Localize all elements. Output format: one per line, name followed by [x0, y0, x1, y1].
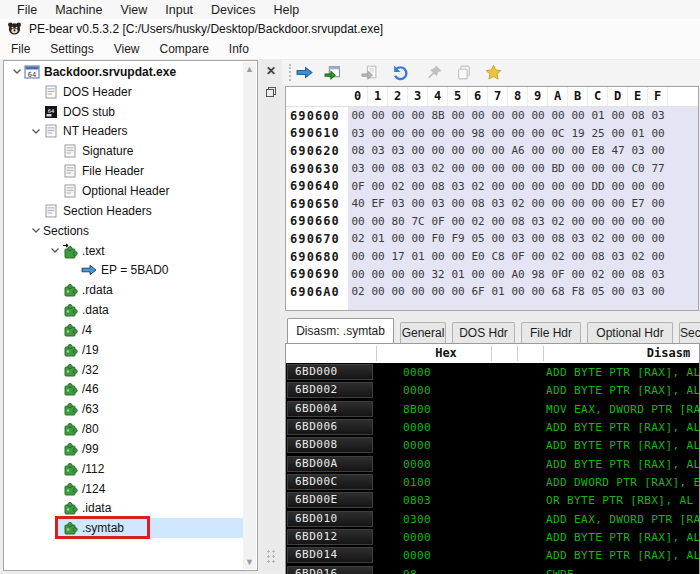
hex-byte[interactable]: 98 — [468, 127, 488, 140]
hex-byte[interactable]: 00 — [368, 180, 388, 193]
tab-section-hdrs[interactable]: Section Hdrs — [679, 322, 700, 343]
hex-byte[interactable]: 00 — [428, 144, 448, 157]
chevron-down-icon[interactable] — [9, 64, 24, 79]
hex-byte[interactable]: 08 — [628, 109, 648, 122]
hex-byte[interactable]: 00 — [608, 162, 628, 175]
hex-byte[interactable]: 00 — [648, 232, 668, 245]
tree-item-sections[interactable]: Sections — [4, 221, 243, 241]
hex-byte[interactable]: 08 — [548, 232, 568, 245]
hex-row-690650[interactable]: 69065040EF030003000803020000000000E700 — [286, 195, 698, 213]
hex-row-690600[interactable]: 690600000000008B0000000000000001000803 — [286, 107, 698, 125]
hex-byte[interactable]: 00 — [448, 285, 468, 298]
hex-byte[interactable]: 01 — [488, 285, 508, 298]
hex-byte[interactable]: 00 — [408, 232, 428, 245]
disasm-row-6bd016[interactable]: 6BD01698CWDE — [286, 565, 699, 574]
hex-row-690620[interactable]: 6906200803030000000000A6000000E8470300 — [286, 142, 698, 160]
menu-compare[interactable]: Compare — [150, 42, 219, 56]
hex-byte[interactable]: 01 — [448, 268, 468, 281]
tree-item-63[interactable]: /63 — [4, 399, 243, 419]
vm-menu-devices[interactable]: Devices — [202, 3, 264, 17]
hex-byte[interactable]: 40 — [348, 197, 368, 210]
hex-byte[interactable]: 00 — [608, 285, 628, 298]
hex-byte[interactable]: 00 — [528, 250, 548, 263]
hex-byte[interactable]: 00 — [508, 109, 528, 122]
hex-byte[interactable]: 00 — [388, 127, 408, 140]
hex-byte[interactable]: 80 — [388, 215, 408, 228]
hex-byte[interactable]: 00 — [568, 162, 588, 175]
disasm-row-6bd014[interactable]: 6BD0140000ADD BYTE PTR [RAX], AL — [286, 546, 699, 564]
hex-byte[interactable]: 7C — [408, 215, 428, 228]
hex-byte[interactable]: 02 — [548, 250, 568, 263]
disasm-row-6bd002[interactable]: 6BD0020000ADD BYTE PTR [RAX], AL — [286, 381, 699, 399]
hex-byte[interactable]: 00 — [488, 180, 508, 193]
hex-byte[interactable]: 00 — [608, 232, 628, 245]
menu-file[interactable]: File — [1, 42, 40, 56]
hex-byte[interactable]: 00 — [568, 215, 588, 228]
tree-item-80[interactable]: /80 — [4, 419, 243, 439]
disasm-row-6bd00e[interactable]: 6BD00E0803OR BYTE PTR [RBX], AL — [286, 491, 699, 509]
hex-byte[interactable]: 08 — [348, 144, 368, 157]
hex-byte[interactable]: 00 — [408, 144, 428, 157]
hex-byte[interactable]: 00 — [348, 268, 368, 281]
hex-byte[interactable]: A6 — [508, 144, 528, 157]
hex-byte[interactable]: 03 — [388, 197, 408, 210]
hex-byte[interactable]: 00 — [428, 127, 448, 140]
tree-item-file-header[interactable]: File Header — [4, 161, 243, 181]
toolbar-drag-handle[interactable] — [289, 64, 291, 81]
hex-byte[interactable]: 00 — [488, 144, 508, 157]
tree-item-112[interactable]: /112 — [4, 459, 243, 479]
tree-item-signature[interactable]: Signature — [4, 141, 243, 161]
hex-byte[interactable]: 98 — [528, 268, 548, 281]
tree-item-32[interactable]: /32 — [4, 360, 243, 380]
hex-byte[interactable]: 00 — [568, 109, 588, 122]
tree-item-46[interactable]: /46 — [4, 380, 243, 400]
hex-byte[interactable]: 00 — [528, 162, 548, 175]
hex-byte[interactable]: 00 — [408, 268, 428, 281]
hex-byte[interactable]: 00 — [368, 268, 388, 281]
hex-byte[interactable]: 03 — [608, 250, 628, 263]
hex-byte[interactable]: 08 — [588, 250, 608, 263]
hex-byte[interactable]: 00 — [408, 180, 428, 193]
undo-icon[interactable] — [392, 64, 409, 81]
hex-byte[interactable]: 03 — [348, 127, 368, 140]
hex-byte[interactable]: 03 — [648, 109, 668, 122]
hex-byte[interactable]: 00 — [548, 180, 568, 193]
hex-byte[interactable]: EF — [368, 197, 388, 210]
hex-row-690670[interactable]: 69067002010000F0F905000300080302000000 — [286, 230, 698, 248]
hex-byte[interactable]: BD — [548, 162, 568, 175]
hex-byte[interactable]: 08 — [388, 162, 408, 175]
hex-byte[interactable]: 08 — [428, 180, 448, 193]
hex-byte[interactable]: F9 — [448, 232, 468, 245]
menu-settings[interactable]: Settings — [40, 42, 103, 56]
tree-item-4[interactable]: /4 — [4, 320, 243, 340]
hex-byte[interactable]: 00 — [488, 215, 508, 228]
hex-byte[interactable]: 00 — [548, 109, 568, 122]
hex-byte[interactable]: 02 — [468, 215, 488, 228]
hex-byte[interactable]: 03 — [508, 232, 528, 245]
hex-byte[interactable]: 02 — [348, 285, 368, 298]
hex-byte[interactable]: 00 — [448, 197, 468, 210]
hex-byte[interactable]: 0F — [508, 250, 528, 263]
disasm-row-6bd008[interactable]: 6BD0080000ADD BYTE PTR [RAX], AL — [286, 436, 699, 454]
hex-byte[interactable]: 00 — [468, 109, 488, 122]
export-section-icon[interactable] — [361, 64, 378, 81]
hex-byte[interactable]: C0 — [628, 162, 648, 175]
hex-byte[interactable]: 03 — [388, 144, 408, 157]
star-icon[interactable] — [485, 64, 502, 81]
tree-item-optional-header[interactable]: Optional Header — [4, 181, 243, 201]
hex-byte[interactable]: 02 — [428, 162, 448, 175]
hex-byte[interactable]: 00 — [528, 197, 548, 210]
tab-dos-hdr[interactable]: DOS Hdr — [452, 322, 515, 343]
hex-byte[interactable]: 00 — [648, 127, 668, 140]
hex-byte[interactable]: 00 — [488, 268, 508, 281]
hex-byte[interactable]: 00 — [448, 162, 468, 175]
vm-menu-view[interactable]: View — [111, 3, 156, 17]
hex-row-690630[interactable]: 69063003000803020000000000BD000000C077 — [286, 160, 698, 178]
hex-byte[interactable]: 0F — [428, 215, 448, 228]
hex-byte[interactable]: 00 — [348, 109, 368, 122]
hex-byte[interactable]: 00 — [368, 250, 388, 263]
hex-row-690640[interactable]: 6906400F0002000803020000000000DD000000 — [286, 177, 698, 195]
hex-byte[interactable]: 00 — [528, 232, 548, 245]
menu-view[interactable]: View — [104, 42, 150, 56]
hex-byte[interactable]: 0C — [548, 127, 568, 140]
